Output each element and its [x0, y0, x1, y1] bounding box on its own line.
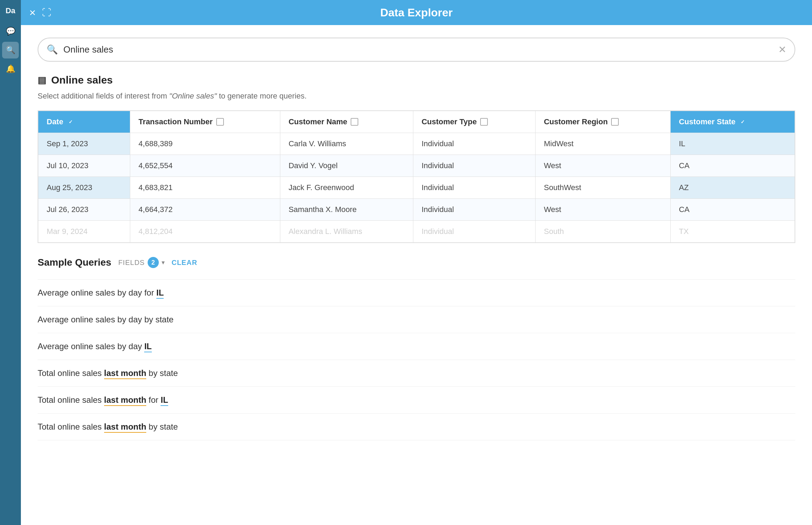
table-row: CA [670, 199, 795, 221]
query-item-2[interactable]: Average online sales by day IL [38, 333, 795, 360]
section-subtitle: Select additional fields of interest fro… [38, 92, 795, 101]
queries-container: Average online sales by day for ILAverag… [38, 279, 795, 440]
modal-header: × ⛶ Data Explorer [21, 0, 812, 25]
table-row: West [535, 155, 670, 177]
search-icon: 🔍 [47, 44, 58, 55]
table-row: Samantha X. Moore [280, 199, 413, 221]
table-row: SouthWest [535, 177, 670, 199]
data-explorer-modal: × ⛶ Data Explorer 🔍 ✕ ▤ Online sales Sel… [21, 0, 812, 525]
fields-badge-group[interactable]: FIELDS 2 ▾ [118, 257, 165, 268]
table-row: CA [670, 155, 795, 177]
table-row: Jack F. Greenwood [280, 177, 413, 199]
query-text: Total online sales [38, 395, 104, 405]
table-row: Individual [413, 133, 535, 155]
table-row: Sep 1, 2023 [38, 133, 130, 155]
col-customer-type-label: Customer Type [422, 117, 477, 126]
col-customer-region-label: Customer Region [544, 117, 608, 126]
col-customer-name[interactable]: Customer Name [280, 111, 413, 133]
col-transaction-number[interactable]: Transaction Number [130, 111, 280, 133]
query-text: Total online sales [38, 368, 104, 378]
section-title-row: ▤ Online sales [38, 74, 795, 86]
table-row: David Y. Vogel [280, 155, 413, 177]
sidebar: Da 💬 🔍 🔔 [0, 0, 21, 525]
modal-header-controls: × ⛶ [29, 7, 51, 18]
col-date-checkbox[interactable]: ✓ [67, 118, 75, 126]
query-highlight-blue: IL [144, 342, 151, 352]
table-row: MidWest [535, 133, 670, 155]
table-row: South [535, 221, 670, 243]
col-transaction-label: Transaction Number [139, 117, 213, 126]
col-customer-type[interactable]: Customer Type [413, 111, 535, 133]
col-customer-state[interactable]: Customer State ✓ [670, 111, 795, 133]
query-text: for [146, 395, 161, 405]
modal-close-button[interactable]: × [29, 7, 36, 18]
search-clear-button[interactable]: ✕ [778, 44, 786, 55]
sample-queries-header: Sample Queries FIELDS 2 ▾ CLEAR [38, 257, 795, 268]
query-text: Average online sales by day for [38, 288, 156, 297]
table-row: 4,664,372 [130, 199, 280, 221]
query-item-3[interactable]: Total online sales last month by state [38, 360, 795, 387]
query-highlight-orange: last month [104, 422, 146, 433]
clear-button[interactable]: CLEAR [172, 259, 197, 267]
table-row: Individual [413, 221, 535, 243]
query-item-0[interactable]: Average online sales by day for IL [38, 279, 795, 306]
table-row: Alexandra L. Williams [280, 221, 413, 243]
sidebar-search-btn[interactable]: 🔍 [2, 42, 19, 58]
col-customer-region-checkbox[interactable] [611, 118, 619, 126]
query-text: Average online sales by day [38, 342, 144, 351]
table-row: AZ [670, 177, 795, 199]
sample-queries-title: Sample Queries [38, 257, 111, 268]
query-text: Total online sales [38, 422, 104, 431]
query-text: by state [146, 368, 178, 378]
col-customer-name-checkbox[interactable] [351, 118, 358, 126]
table-row: Individual [413, 155, 535, 177]
query-item-5[interactable]: Total online sales last month by state [38, 414, 795, 440]
data-table: Date ✓ Transaction Number [38, 111, 795, 243]
table-row: Jul 26, 2023 [38, 199, 130, 221]
sidebar-chat-btn[interactable]: 💬 [2, 23, 19, 40]
table-row: West [535, 199, 670, 221]
query-text: Average online sales by day by state [38, 315, 173, 324]
table-row: Jul 10, 2023 [38, 155, 130, 177]
table-row: Individual [413, 199, 535, 221]
col-customer-name-label: Customer Name [289, 117, 348, 126]
modal-expand-button[interactable]: ⛶ [42, 7, 51, 18]
table-row: 4,812,204 [130, 221, 280, 243]
section-title: Online sales [51, 74, 113, 86]
table-row: 4,688,389 [130, 133, 280, 155]
query-item-1[interactable]: Average online sales by day by state [38, 306, 795, 333]
modal-body: 🔍 ✕ ▤ Online sales Select additional fie… [21, 25, 812, 525]
col-customer-state-checkbox[interactable]: ✓ [739, 118, 747, 126]
table-icon: ▤ [38, 75, 46, 86]
table-row: 4,683,821 [130, 177, 280, 199]
fields-chevron-icon[interactable]: ▾ [162, 259, 165, 266]
modal-title: Data Explorer [380, 6, 453, 19]
data-table-wrapper: Date ✓ Transaction Number [38, 110, 795, 243]
table-row: TX [670, 221, 795, 243]
query-text: by state [146, 422, 178, 431]
table-row: Aug 25, 2023 [38, 177, 130, 199]
query-highlight-blue: IL [156, 288, 164, 299]
table-row: IL [670, 133, 795, 155]
query-highlight-blue: IL [161, 395, 168, 406]
table-row: Mar 9, 2024 [38, 221, 130, 243]
fields-count-badge: 2 [148, 257, 159, 268]
col-customer-state-label: Customer State [679, 117, 736, 126]
sidebar-bell-btn[interactable]: 🔔 [2, 61, 19, 77]
col-date[interactable]: Date ✓ [38, 111, 130, 133]
sidebar-top-label: Da [6, 3, 15, 21]
col-date-label: Date [47, 117, 63, 126]
query-highlight-orange: last month [104, 395, 146, 406]
col-customer-type-checkbox[interactable] [480, 118, 488, 126]
query-item-4[interactable]: Total online sales last month for IL [38, 387, 795, 414]
query-highlight-orange: last month [104, 368, 146, 379]
fields-label: FIELDS [118, 259, 145, 267]
table-row: Carla V. Williams [280, 133, 413, 155]
col-customer-region[interactable]: Customer Region [535, 111, 670, 133]
col-transaction-checkbox[interactable] [216, 118, 224, 126]
table-row: Individual [413, 177, 535, 199]
table-row: 4,652,554 [130, 155, 280, 177]
search-bar: 🔍 ✕ [38, 38, 795, 62]
search-input[interactable] [63, 44, 778, 55]
